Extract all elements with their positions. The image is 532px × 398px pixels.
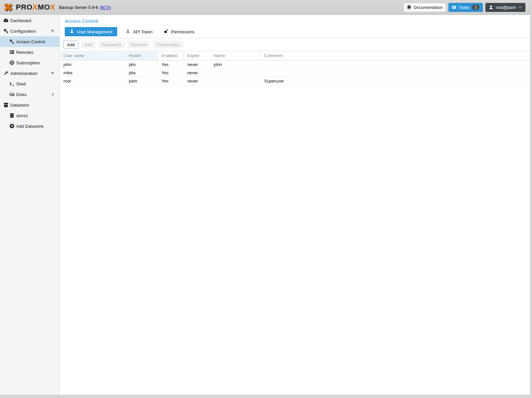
- cell-comment: [261, 60, 530, 68]
- life-ring-icon: [9, 60, 15, 66]
- tab-user-management[interactable]: User Management: [65, 27, 117, 36]
- column-header-comment[interactable]: Comment: [261, 51, 530, 60]
- brand-part: MO: [38, 3, 50, 11]
- database-icon: [9, 113, 15, 118]
- cell-user-name: john: [60, 60, 125, 68]
- brand-part: X: [33, 3, 38, 11]
- column-header-name[interactable]: Name: [210, 51, 261, 60]
- column-header-user-name[interactable]: User name↑: [60, 51, 125, 60]
- plus-circle-icon: [9, 123, 15, 129]
- cell-name: [210, 69, 261, 77]
- add-button[interactable]: Add: [63, 41, 78, 49]
- cell-enabled: Yes: [158, 77, 184, 85]
- sidebar-item-label: Remotes: [16, 50, 33, 55]
- expander-down-icon[interactable]: [51, 72, 54, 74]
- tab-api-token[interactable]: API Token: [123, 27, 155, 36]
- sidebar-item-label: Administration: [10, 71, 37, 76]
- column-header-expire[interactable]: Expire: [184, 51, 210, 60]
- cell-realm: pbs: [125, 60, 158, 68]
- product-version-label: Backup Server 0.9-6: [59, 5, 98, 10]
- user-menu-button[interactable]: root@pam: [485, 3, 525, 12]
- expander-down-icon[interactable]: [51, 30, 54, 32]
- proxmox-logo-icon: [3, 2, 14, 13]
- brand-part: X: [50, 3, 55, 11]
- sidebar-item-add-datastore[interactable]: Add Datastore: [0, 121, 59, 131]
- tasks-button[interactable]: Tasks 1: [448, 3, 483, 12]
- tab-label: API Token: [133, 29, 153, 34]
- tab-label: Permissions: [171, 29, 195, 34]
- cell-enabled: Yes: [158, 60, 184, 68]
- top-bar: PROXMOX Backup Server 0.9-6 BETA Documen…: [0, 0, 530, 15]
- terminal-icon: [9, 81, 15, 87]
- sidebar-item-administration[interactable]: Administration: [0, 68, 59, 79]
- cell-name: john: [210, 60, 261, 68]
- tab-bar: User ManagementAPI TokenPermissions: [65, 27, 530, 36]
- sidebar-item-label: Access Control: [16, 39, 45, 44]
- page-title: Access Control: [60, 15, 530, 25]
- toolbar: AddEditPasswordRemovePermissions: [60, 38, 530, 51]
- sidebar-item-label: store1: [16, 113, 28, 118]
- app-window: PROXMOX Backup Server 0.9-6 BETA Documen…: [0, 0, 530, 395]
- sidebar-item-label: Shell: [16, 82, 26, 86]
- tasks-count-badge: 1: [472, 5, 479, 10]
- dashboard-icon: [3, 18, 9, 23]
- sidebar-item-access-control[interactable]: Access Control: [0, 36, 59, 47]
- edit-button: Edit: [81, 41, 95, 49]
- column-header-label: Name: [214, 53, 225, 58]
- beta-link[interactable]: BETA: [100, 5, 111, 10]
- sidebar-item-label: Add Datastore: [16, 124, 44, 129]
- sidebar-item-datastore[interactable]: Datastore: [0, 100, 59, 110]
- table-row-john[interactable]: johnpbsYesneverjohn: [60, 60, 530, 69]
- cell-user-name: root: [60, 77, 125, 85]
- cell-comment: [261, 69, 530, 77]
- sort-asc-icon: ↑: [87, 53, 89, 58]
- sidebar-item-disks[interactable]: Disks: [0, 89, 59, 100]
- user-menu-label: root@pam: [496, 5, 516, 10]
- sidebar-item-label: Dashboard: [10, 18, 31, 23]
- sort-asc-icon: ↑: [144, 53, 146, 58]
- brand-part: PRO: [16, 3, 33, 11]
- tab-permissions[interactable]: Permissions: [161, 27, 197, 36]
- cell-realm: pam: [125, 77, 158, 85]
- sidebar-item-shell[interactable]: Shell: [0, 79, 59, 89]
- permissions-button: Permissions: [153, 41, 184, 49]
- users-table: User name↑Realm↑EnabledExpireNameComment…: [60, 51, 530, 85]
- cell-name: [210, 77, 261, 85]
- sidebar-item-dashboard[interactable]: Dashboard: [0, 15, 59, 26]
- user-icon: [489, 5, 493, 10]
- book-icon: [407, 5, 411, 10]
- wrench-icon: [3, 71, 9, 76]
- cell-realm: pbs: [125, 69, 158, 77]
- sidebar-item-remotes[interactable]: Remotes: [0, 47, 59, 57]
- sidebar-item-label: Disks: [16, 92, 27, 97]
- cell-expire: never: [184, 69, 210, 77]
- task-list-icon: [452, 5, 456, 10]
- documentation-button[interactable]: Documentation: [404, 3, 446, 12]
- password-button: Password: [98, 41, 124, 49]
- topbar-actions: Documentation Tasks 1 root@pam: [404, 3, 525, 12]
- table-row-mike[interactable]: mikepbsYesnever: [60, 69, 530, 77]
- table-body: johnpbsYesneverjohnmikepbsYesneverrootpa…: [60, 60, 530, 85]
- cell-comment: Superuser: [261, 77, 530, 85]
- table-row-root[interactable]: rootpamYesneverSuperuser: [60, 77, 530, 85]
- sidebar-item-configuration[interactable]: Configuration: [0, 26, 59, 36]
- chevron-down-icon: [518, 5, 522, 9]
- gears-icon: [3, 28, 9, 34]
- key-icon: [9, 39, 15, 45]
- sidebar-item-store1[interactable]: store1: [0, 110, 59, 121]
- column-header-label: Comment: [264, 53, 283, 58]
- expander-right-icon[interactable]: [52, 93, 54, 96]
- brand-wordmark: PROXMOX: [16, 3, 55, 12]
- archive-icon: [3, 102, 9, 108]
- sidebar-nav: DashboardConfigurationAccess ControlRemo…: [0, 15, 60, 395]
- remove-button: Remove: [127, 41, 150, 49]
- column-header-realm[interactable]: Realm↑: [125, 51, 158, 60]
- list-icon: [9, 50, 15, 55]
- cell-enabled: Yes: [158, 69, 184, 77]
- tab-label: User Management: [77, 29, 112, 34]
- column-header-label: Expire: [187, 53, 199, 58]
- user-o-icon: [126, 29, 130, 34]
- column-header-enabled[interactable]: Enabled: [158, 51, 184, 60]
- column-header-label: User name: [63, 53, 85, 58]
- sidebar-item-subscription[interactable]: Subscription: [0, 57, 59, 68]
